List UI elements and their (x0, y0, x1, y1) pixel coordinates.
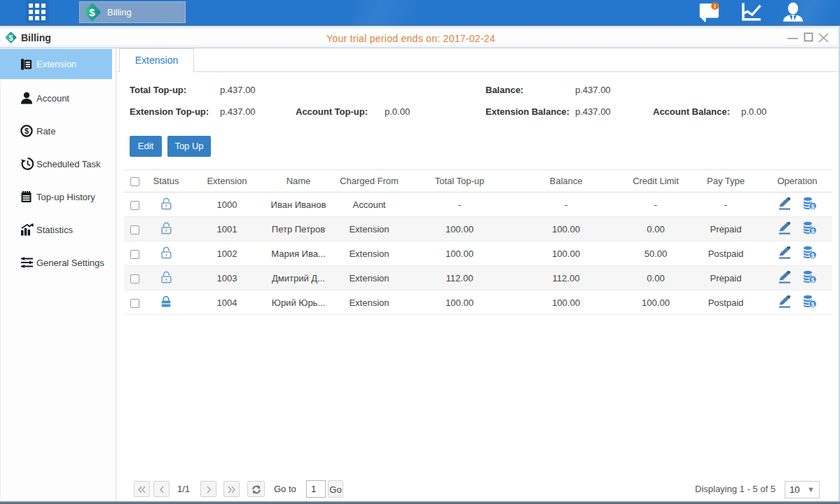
svg-text:$: $ (8, 34, 13, 42)
svg-text:$: $ (811, 252, 815, 259)
svg-text:$: $ (89, 6, 95, 18)
svg-text:$: $ (25, 127, 29, 135)
svg-text:$: $ (811, 301, 815, 308)
svg-text:$: $ (811, 227, 815, 234)
svg-text:$: $ (811, 203, 815, 210)
svg-text:!: ! (714, 3, 716, 10)
svg-text:$: $ (811, 276, 815, 284)
